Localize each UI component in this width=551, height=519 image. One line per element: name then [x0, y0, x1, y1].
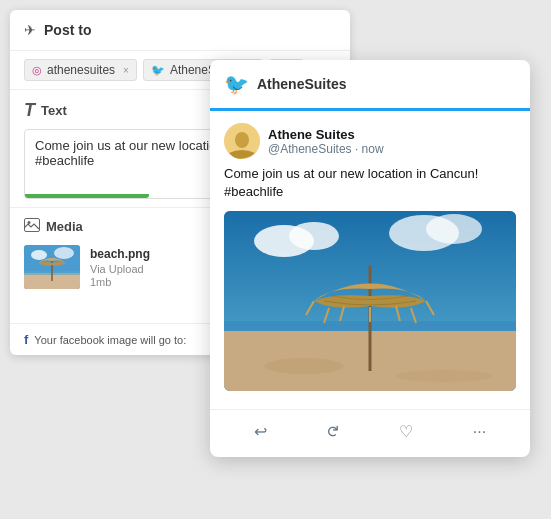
remove-instagram-button[interactable]: × — [123, 65, 129, 76]
tweet-avatar — [224, 123, 260, 159]
account-tag-instagram[interactable]: ◎ athenesuites × — [24, 59, 137, 81]
post-to-label: Post to — [44, 22, 91, 38]
twitter-preview-header: 🐦 AtheneSuites — [210, 60, 530, 111]
like-button[interactable]: ♡ — [391, 418, 421, 445]
twitter-preview-card: 🐦 AtheneSuites Athene Suites @AtheneSuit… — [210, 60, 530, 457]
svg-point-12 — [289, 222, 339, 250]
tweet-body: Athene Suites @AtheneSuites · now Come j… — [210, 111, 530, 409]
tweet-actions: ↩ ↺ ♡ ··· — [210, 409, 530, 457]
text-section-title: T Text — [24, 100, 67, 121]
tweet-text: Come join us at our new location in Canc… — [224, 165, 516, 201]
text-label: Text — [41, 103, 67, 118]
svg-point-9 — [235, 132, 249, 148]
tweet-author-row: Athene Suites @AtheneSuites · now — [224, 123, 516, 159]
more-button[interactable]: ··· — [465, 419, 494, 445]
media-icon — [24, 218, 40, 235]
reply-button[interactable]: ↩ — [246, 418, 275, 445]
tweet-author-info: Athene Suites @AtheneSuites · now — [268, 127, 384, 156]
tweet-image — [224, 211, 516, 391]
svg-point-4 — [54, 247, 74, 259]
account-name-instagram: athenesuites — [47, 63, 115, 77]
facebook-note-text: Your facebook image will go to: — [34, 334, 186, 346]
svg-point-18 — [394, 370, 494, 382]
send-icon: ✈ — [24, 22, 36, 38]
tweet-author-handle: @AtheneSuites · now — [268, 142, 384, 156]
svg-point-3 — [31, 250, 47, 260]
post-to-header: ✈ Post to — [10, 10, 350, 51]
instagram-icon: ◎ — [32, 64, 42, 77]
text-progress-bar — [25, 194, 149, 198]
tweet-author-name: Athene Suites — [268, 127, 384, 142]
svg-point-17 — [264, 358, 344, 374]
twitter-preview-account: AtheneSuites — [257, 76, 346, 92]
svg-point-14 — [426, 214, 482, 244]
facebook-icon: f — [24, 332, 28, 347]
twitter-icon: 🐦 — [151, 64, 165, 77]
twitter-bird-icon: 🐦 — [224, 72, 249, 96]
media-label: Media — [46, 219, 83, 234]
media-thumbnail — [24, 245, 80, 289]
text-format-icon: T — [24, 100, 35, 121]
retweet-button[interactable]: ↺ — [319, 417, 346, 446]
